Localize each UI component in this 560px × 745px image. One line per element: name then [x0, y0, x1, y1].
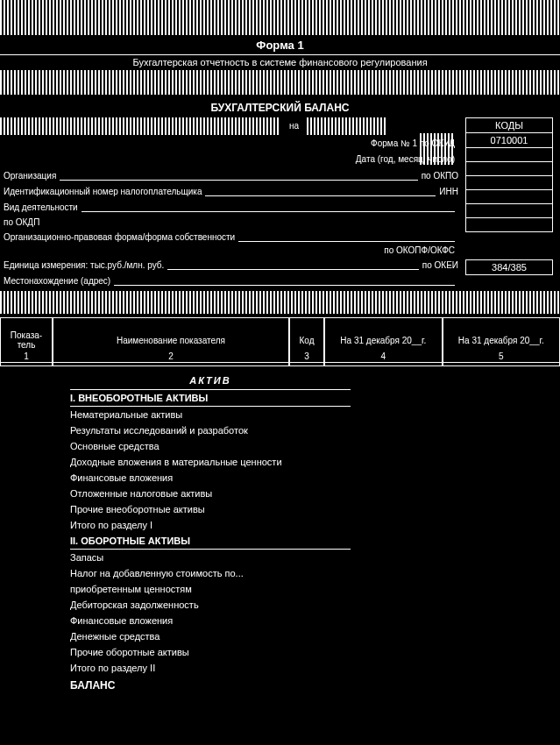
okdp-label: по ОКДП — [4, 217, 39, 227]
inn-cell — [465, 176, 553, 190]
item-line: Денежные средства — [70, 628, 351, 644]
okdp-cell2 — [465, 204, 553, 218]
addr-label: Местонахождение (адрес) — [4, 276, 110, 286]
sub-3: 3 — [289, 351, 324, 366]
item-line: Финансовые вложения — [70, 613, 351, 628]
addr-row: Местонахождение (адрес) — [4, 275, 458, 286]
actives-block: АКТИВ I. ВНЕОБОРОТНЫЕ АКТИВЫ Нематериаль… — [70, 372, 351, 695]
sub-4: 4 — [324, 351, 443, 366]
opf-row: Организационно-правовая форма/форма собс… — [4, 231, 458, 242]
section-2-header: II. ОБОРОТНЫЕ АКТИВЫ — [70, 533, 351, 550]
unit-row: Единица измерения: тыс.руб./млн. руб. по… — [4, 259, 458, 270]
item-line: приобретенным ценностям — [70, 581, 351, 597]
item-line: Запасы — [70, 550, 351, 565]
item-line: Отложенные налоговые активы — [70, 486, 351, 501]
item-line: Прочие оборотные активы — [70, 644, 351, 660]
section-title: БУХГАЛТЕРСКИЙ БАЛАНС — [0, 98, 560, 117]
org-row: Организация по ОКПО — [4, 170, 458, 181]
org-label: Организация — [4, 171, 56, 181]
inn-code-label: ИНН — [439, 187, 458, 196]
vid-label: Вид деятельности — [4, 202, 78, 212]
codes-column: КОДЫ 0710001 — [465, 117, 553, 232]
inn-underline — [205, 186, 436, 196]
item-line: Итого по разделу I — [70, 517, 351, 533]
form-title: Форма 1 — [0, 35, 560, 55]
unit-underline — [167, 259, 418, 270]
item-line: Прочие внеоборотные активы — [70, 501, 351, 517]
hatch-top — [0, 0, 560, 35]
form-subtitle: Бухгалтерская отчетность в системе финан… — [0, 54, 560, 69]
inn-row: Идентификационный номер налогоплательщик… — [4, 186, 458, 196]
sub-2: 2 — [53, 351, 289, 366]
form-okud-label: Форма № 1 по ОКУД — [371, 138, 455, 148]
okpo-label: по ОКПО — [422, 171, 458, 181]
sub-5: 5 — [443, 351, 561, 366]
item-line: Результаты исследований и разработок — [70, 422, 351, 438]
okopf-label: по ОКОПФ/ОКФС — [384, 245, 455, 255]
okpo-cell — [465, 162, 553, 176]
hatch-2 — [0, 70, 560, 95]
item-line: Дебиторская задолженность — [70, 597, 351, 613]
okei-label: по ОКЕИ — [422, 260, 458, 270]
item-line: Итого по разделу II — [70, 660, 351, 676]
hatch-3 — [0, 117, 280, 135]
item-line: Доходные вложения в материальные ценност… — [70, 454, 351, 470]
unit-label: Единица измерения: тыс.руб./млн. руб. — [4, 260, 164, 270]
section-1-header: I. ВНЕОБОРОТНЫЕ АКТИВЫ — [70, 390, 351, 407]
codes-header: КОДЫ — [465, 117, 553, 133]
item-line: Налог на добавленную стоимость по... — [70, 565, 351, 581]
org-underline — [60, 170, 417, 181]
item-line: Финансовые вложения — [70, 470, 351, 486]
item-line: Нематериальные активы — [70, 407, 351, 422]
vid-row: Вид деятельности — [4, 202, 458, 212]
date-cell — [465, 148, 553, 162]
actives-title: АКТИВ — [70, 372, 351, 390]
hatch-3b — [307, 117, 386, 135]
hatch-4 — [0, 291, 560, 314]
okei-value: 384/385 — [465, 259, 553, 275]
opf-label: Организационно-правовая форма/форма собс… — [4, 232, 235, 242]
inn-label: Идентификационный номер налогоплательщик… — [4, 187, 202, 196]
date-label: Дата (год, месяц, число) — [356, 154, 455, 164]
sub-1: 1 — [0, 351, 53, 366]
na-label: на — [289, 121, 299, 131]
addr-underline — [114, 275, 455, 286]
item-line: Основные средства — [70, 438, 351, 454]
okud-cell: 0710001 — [465, 133, 553, 148]
balance-row: БАЛАНС — [70, 676, 351, 695]
vid-underline — [82, 202, 455, 212]
okopf-cell — [465, 218, 553, 232]
okdp-cell — [465, 190, 553, 204]
opf-underline — [238, 231, 455, 242]
sub-row: 1 2 3 4 5 — [0, 351, 560, 366]
